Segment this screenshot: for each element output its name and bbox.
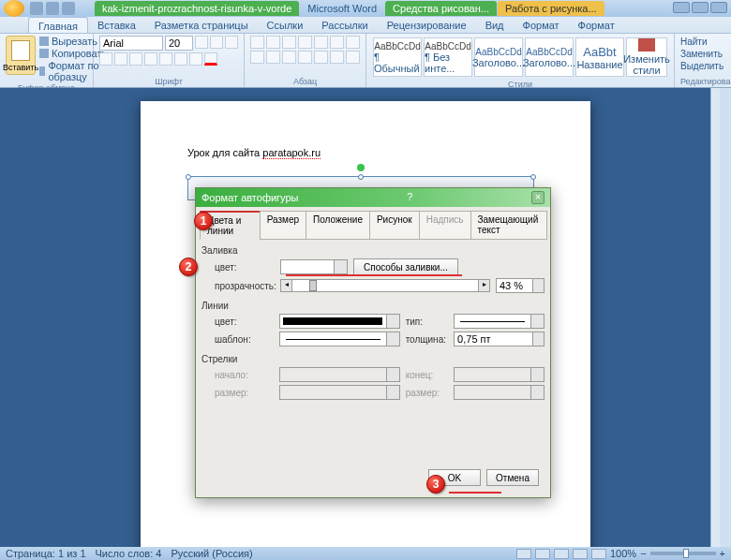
font-name-combo[interactable]: Arial [99, 36, 163, 51]
view-draft[interactable] [591, 549, 606, 559]
cancel-button[interactable]: Отмена [486, 469, 539, 486]
arrow-begin-dropdown [279, 367, 399, 382]
resize-handle-ne[interactable] [530, 174, 536, 180]
fill-color-dropdown[interactable] [280, 259, 348, 274]
borders-button[interactable] [346, 51, 360, 64]
transparency-slider[interactable]: ◂▸ [280, 279, 490, 292]
dlg-tab-size[interactable]: Размер [260, 211, 306, 240]
sort-button[interactable] [330, 36, 344, 49]
shrink-font-button[interactable] [210, 36, 223, 49]
spinner-buttons[interactable] [532, 279, 544, 292]
style-title[interactable]: AaBbtНазвание [575, 37, 624, 77]
underline-button[interactable] [129, 52, 142, 66]
resize-handle-n[interactable] [358, 174, 364, 180]
office-button[interactable] [4, 0, 24, 17]
status-page[interactable]: Страница: 1 из 1 [6, 548, 86, 559]
justify-button[interactable] [298, 51, 312, 64]
bullets-button[interactable] [250, 36, 264, 49]
dialog-titlebar[interactable]: Формат автофигуры ? × [196, 188, 550, 207]
style-no-spacing[interactable]: AaBbCcDd¶ Без инте... [424, 37, 472, 77]
strike-button[interactable] [144, 52, 157, 66]
dialog-help-button[interactable]: ? [407, 191, 420, 204]
italic-button[interactable] [114, 52, 127, 66]
annotation-badge-3: 3 [426, 475, 445, 494]
font-color-button[interactable] [204, 52, 217, 66]
align-center-button[interactable] [266, 51, 280, 64]
vertical-scrollbar[interactable] [720, 88, 731, 547]
group-paragraph: Абзац [245, 34, 366, 87]
tab-layout[interactable]: Разметка страницы [145, 17, 258, 33]
style-heading1[interactable]: AaBbCcDdЗаголово... [474, 37, 523, 77]
clear-format-button[interactable] [225, 36, 238, 49]
zoom-thumb[interactable] [683, 549, 689, 558]
fill-color-label: цвет: [215, 262, 275, 273]
align-right-button[interactable] [282, 51, 296, 64]
indent-dec-button[interactable] [298, 36, 312, 49]
tab-insert[interactable]: Вставка [88, 17, 145, 33]
tab-review[interactable]: Рецензирование [378, 17, 476, 33]
qat-save-icon[interactable] [30, 2, 43, 15]
line-template-dropdown[interactable] [279, 332, 399, 346]
slider-thumb[interactable] [309, 280, 317, 291]
qat-undo-icon[interactable] [46, 2, 59, 15]
dlg-tab-position[interactable]: Положение [306, 211, 370, 240]
tab-references[interactable]: Ссылки [258, 17, 313, 33]
rotate-handle[interactable] [357, 164, 365, 171]
bold-button[interactable] [99, 52, 112, 66]
grow-font-button[interactable] [195, 36, 208, 49]
subscript-button[interactable] [159, 52, 172, 66]
tab-mailings[interactable]: Рассылки [312, 17, 377, 33]
minimize-button[interactable] [673, 2, 690, 13]
view-full-screen[interactable] [535, 549, 550, 559]
vertical-ruler [710, 88, 720, 547]
find-button[interactable]: Найти [680, 36, 731, 48]
zoom-in-button[interactable]: + [720, 548, 725, 559]
indent-inc-button[interactable] [314, 36, 328, 49]
maximize-button[interactable] [692, 2, 709, 13]
transparency-value[interactable]: 43 % [496, 278, 545, 293]
status-words[interactable]: Число слов: 4 [96, 548, 162, 559]
dlg-tab-alttext[interactable]: Замещающий текст [470, 211, 547, 240]
highlight-button[interactable] [189, 52, 202, 66]
line-color-dropdown[interactable] [279, 314, 399, 329]
zoom-out-button[interactable]: − [640, 548, 646, 559]
fill-methods-button[interactable]: Способы заливки... [353, 258, 458, 275]
dlg-tab-picture[interactable]: Рисунок [369, 211, 420, 240]
tab-format-pic[interactable]: Формат [569, 17, 624, 33]
status-lang[interactable]: Русский (Россия) [171, 548, 252, 559]
line-thickness-spinner[interactable]: 0,75 пт [454, 332, 545, 346]
multilevel-button[interactable] [282, 36, 296, 49]
font-size-combo[interactable]: 20 [165, 36, 193, 51]
superscript-button[interactable] [174, 52, 187, 66]
line-spacing-button[interactable] [314, 51, 328, 64]
tab-home[interactable]: Главная [28, 17, 88, 33]
style-name: Название [576, 59, 622, 70]
shading-button[interactable] [330, 51, 344, 64]
align-left-button[interactable] [250, 51, 264, 64]
slider-dec-button[interactable]: ◂ [281, 280, 292, 291]
change-styles-button[interactable]: Изменить стили [626, 37, 667, 77]
qat-redo-icon[interactable] [62, 2, 75, 15]
dialog-close-button[interactable]: × [531, 191, 545, 204]
style-normal[interactable]: AaBbCcDd¶ Обычный [373, 37, 422, 77]
show-marks-button[interactable] [346, 36, 360, 49]
line-type-dropdown[interactable] [454, 314, 545, 329]
paste-button[interactable]: Вставить [6, 36, 36, 75]
replace-button[interactable]: Заменить [680, 48, 731, 60]
style-heading2[interactable]: AaBbCcDdЗаголово... [525, 37, 574, 77]
close-button[interactable] [710, 2, 727, 13]
zoom-slider[interactable] [650, 552, 716, 555]
view-outline[interactable] [573, 549, 588, 559]
select-button[interactable]: Выделить [680, 60, 731, 72]
group-label-editing: Редактирование [680, 76, 731, 87]
zoom-value[interactable]: 100% [610, 548, 636, 559]
view-web-layout[interactable] [554, 549, 569, 559]
numbering-button[interactable] [266, 36, 280, 49]
font-name-value: Arial [103, 37, 124, 49]
slider-inc-button[interactable]: ▸ [478, 280, 489, 291]
tab-view[interactable]: Вид [476, 17, 514, 33]
tab-format-draw[interactable]: Формат [514, 17, 569, 33]
spinner-buttons[interactable] [532, 332, 544, 346]
resize-handle-nw[interactable] [186, 174, 191, 180]
view-print-layout[interactable] [516, 549, 531, 559]
